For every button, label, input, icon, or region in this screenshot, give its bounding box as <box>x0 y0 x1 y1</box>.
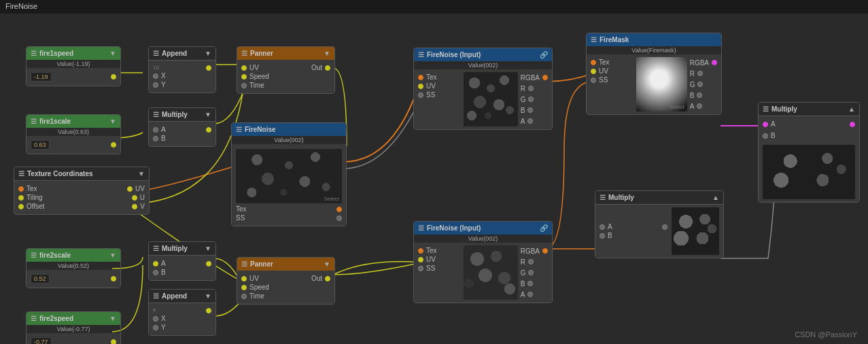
out-socket <box>206 65 211 71</box>
b-socket <box>600 233 605 239</box>
panner-speed-row: Speed <box>241 73 330 80</box>
node-firemask[interactable]: ☰ FireMask Value(Firemask) Tex UV <box>586 33 722 115</box>
uv-socket <box>241 276 247 281</box>
menu-icon: ☰ <box>31 50 37 57</box>
output-socket <box>111 142 116 148</box>
panner-bot-time-row: Time <box>241 292 330 300</box>
out-socket <box>206 127 211 133</box>
menu-icon: ☰ <box>153 245 159 252</box>
node-firenoise-header: ☰ FireNoise <box>232 123 346 136</box>
menu-icon: ☰ <box>31 315 37 322</box>
offset-socket <box>18 204 24 209</box>
b-label: B <box>521 280 525 288</box>
tiling-row: Tiling U <box>18 194 145 201</box>
offset-label: Offset <box>27 203 45 210</box>
a-socket <box>697 103 702 109</box>
tex-row: Tex UV <box>18 185 145 192</box>
node-fire1scale[interactable]: ☰ fire1scale ▼ Value(0.63) 0.63 <box>26 114 121 154</box>
append-y-row: Y <box>153 81 211 88</box>
node-panner-bottom-body: UV Out Speed Time <box>237 271 334 304</box>
node-panner-bottom[interactable]: ☰ Panner ▼ UV Out Speed Time <box>237 257 335 305</box>
tex-label: Tex <box>599 58 610 66</box>
b-label: B <box>690 92 695 99</box>
node-multiply-bottom[interactable]: ☰ Multiply ▲ A B <box>595 190 724 258</box>
node-fire1scale-sub: Value(0.63) <box>27 128 120 136</box>
panner-bot-speed-row: Speed <box>241 283 330 291</box>
speed-socket <box>241 285 247 290</box>
speed-label: Speed <box>249 73 269 80</box>
tex-label: Tex <box>236 205 247 213</box>
mult-bot-preview <box>672 207 719 255</box>
node-firenoise-title: FireNoise <box>245 126 276 133</box>
r-label: R <box>521 258 525 266</box>
b-socket <box>527 281 533 286</box>
fm-g-row: G <box>690 81 717 88</box>
node-multiply-final[interactable]: ☰ Multiply ▲ A B <box>758 102 860 203</box>
a-out-socket <box>850 122 855 127</box>
node-multiply-bottom-title: Multiply <box>608 194 634 201</box>
node-append-bottom-header: ☰ Append ▼ <box>149 290 215 303</box>
panner-bot-uv-row: UV Out <box>241 275 330 282</box>
node-fire2speed[interactable]: ☰ fire2speed ▼ Value(-0.77) -0.77 <box>26 311 121 344</box>
node-firenoise-input2-title: FireNoise (Input) <box>427 224 481 232</box>
out-socket <box>206 308 211 313</box>
tex-label: Tex <box>426 247 437 254</box>
menu-icon: ☰ <box>31 252 37 259</box>
node-multiply-top[interactable]: ☰ Multiply ▼ A B <box>148 107 216 147</box>
out-socket <box>325 65 330 71</box>
node-multiply-final-title: Multiply <box>771 105 797 113</box>
node-firenoise-input1[interactable]: ☰ FireNoise (Input) 🔗 Value(002) Tex UV <box>413 48 553 130</box>
ss-label: SS <box>236 214 245 222</box>
node-fire2scale[interactable]: ☰ fire2scale ▼ Value(0.52) 0.52 <box>26 248 121 288</box>
fm-r-row: R <box>690 70 717 78</box>
fn2-rgba-row: RGBA <box>521 247 548 255</box>
ten-label: ff <box>153 307 156 313</box>
append-x-row: X <box>153 72 211 80</box>
tex-socket <box>418 75 423 80</box>
node-fire2scale-sub: Value(0.52) <box>27 262 120 270</box>
firenoise-ss-row: SS <box>236 214 342 222</box>
rgba-socket <box>712 60 717 65</box>
node-fire2scale-value-row: 0.52 <box>31 274 116 283</box>
node-append-bottom-body: ff X Y <box>149 303 215 335</box>
g-socket <box>697 82 703 87</box>
node-texture-coords[interactable]: ☰ Texture Coordinates ▼ Tex UV Tiling U … <box>14 167 150 215</box>
ss-socket <box>418 266 423 271</box>
arrow-down-icon: ▼ <box>205 245 211 252</box>
menu-icon: ☰ <box>591 36 597 44</box>
fm-tex-row: Tex <box>591 58 633 66</box>
node-panner-top[interactable]: ☰ Panner ▼ UV Out Speed Time <box>237 46 335 94</box>
time-socket <box>241 83 247 88</box>
node-append-bottom-title: Append <box>162 292 187 300</box>
node-fire1speed-header: ☰ fire1speed ▼ <box>27 47 120 60</box>
node-append-top[interactable]: ☰ Append ▼ 10 X Y <box>148 46 216 93</box>
node-fire1scale-value-row: 0.63 <box>31 140 116 150</box>
r-label: R <box>690 70 695 78</box>
node-multiply-bottom-header: ☰ Multiply ▲ <box>595 191 723 205</box>
node-firenoise-input2[interactable]: ☰ FireNoise (Input) 🔗 Value(002) Tex UV <box>413 221 553 303</box>
node-fire1speed[interactable]: ☰ fire1speed ▼ Value(-1.19) -1.19 <box>26 46 121 86</box>
node-fire2speed-header: ☰ fire2speed ▼ <box>27 312 120 325</box>
arrow-up-icon: ▲ <box>712 194 719 201</box>
fm-ss-row: SS <box>591 76 633 84</box>
a-label: A <box>161 260 166 267</box>
fm-rgba-row: RGBA <box>690 59 717 67</box>
append-bot-x-row: X <box>153 315 211 322</box>
value-badge: -1.19 <box>31 72 52 82</box>
node-multiply-mid[interactable]: ☰ Multiply ▼ A B <box>148 241 216 281</box>
a-socket <box>763 122 768 127</box>
node-append-bottom[interactable]: ☰ Append ▼ ff X Y <box>148 289 216 336</box>
arrow-down-icon: ▼ <box>109 252 116 259</box>
g-label: G <box>521 269 526 277</box>
node-fire2speed-value-row: -0.77 <box>31 337 116 344</box>
node-fire1speed-title: fire1speed <box>39 50 73 57</box>
menu-icon: ☰ <box>18 170 24 177</box>
menu-icon: ☰ <box>241 260 247 268</box>
a-label: A <box>690 103 695 110</box>
node-fire2speed-body: -0.77 <box>27 333 120 344</box>
node-tex-title: Texture Coordinates <box>27 170 93 177</box>
u-out-socket <box>132 195 137 201</box>
uv-socket <box>241 65 247 71</box>
u-label: U <box>140 194 145 201</box>
node-firenoise-main[interactable]: ☰ FireNoise Value(002) Select Tex SS <box>231 122 347 226</box>
